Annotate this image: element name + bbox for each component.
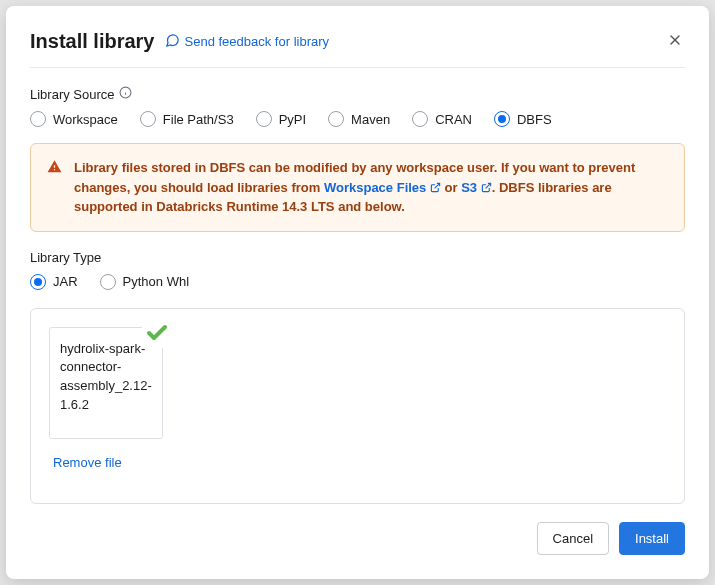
- dialog-footer: Cancel Install: [30, 504, 685, 555]
- radio-label: Python Whl: [123, 274, 189, 289]
- radio-label: JAR: [53, 274, 78, 289]
- library-source-group: WorkspaceFile Path/S3PyPIMavenCRANDBFS: [30, 111, 685, 127]
- feedback-icon: [165, 33, 180, 51]
- radio-indicator: [100, 274, 116, 290]
- cancel-button[interactable]: Cancel: [537, 522, 609, 555]
- radio-indicator: [494, 111, 510, 127]
- radio-indicator: [256, 111, 272, 127]
- s3-link[interactable]: S3: [461, 180, 492, 195]
- source-option-workspace[interactable]: Workspace: [30, 111, 118, 127]
- remove-file-button[interactable]: Remove file: [49, 455, 122, 470]
- radio-label: File Path/S3: [163, 112, 234, 127]
- workspace-files-link[interactable]: Workspace Files: [324, 180, 441, 195]
- dialog-header: Install library Send feedback for librar…: [30, 30, 685, 68]
- source-option-file-path-s3[interactable]: File Path/S3: [140, 111, 234, 127]
- radio-label: Maven: [351, 112, 390, 127]
- source-option-pypi[interactable]: PyPI: [256, 111, 306, 127]
- feedback-label: Send feedback for library: [185, 34, 330, 49]
- feedback-link[interactable]: Send feedback for library: [165, 33, 330, 51]
- svg-line-5: [435, 183, 440, 188]
- radio-indicator: [412, 111, 428, 127]
- close-button[interactable]: [663, 28, 687, 52]
- library-type-group: JARPython Whl: [30, 274, 685, 290]
- install-button[interactable]: Install: [619, 522, 685, 555]
- source-option-dbfs[interactable]: DBFS: [494, 111, 552, 127]
- info-icon: [119, 86, 132, 102]
- radio-indicator: [30, 274, 46, 290]
- warning-text: Library files stored in DBFS can be modi…: [74, 158, 668, 217]
- install-library-dialog: Install library Send feedback for librar…: [6, 6, 709, 579]
- radio-indicator: [328, 111, 344, 127]
- upload-area: hydrolix-spark-connector-assembly_2.12-1…: [30, 308, 685, 504]
- source-option-maven[interactable]: Maven: [328, 111, 390, 127]
- radio-indicator: [140, 111, 156, 127]
- warning-icon: [47, 159, 62, 217]
- dialog-title: Install library: [30, 30, 155, 53]
- svg-line-6: [485, 183, 490, 188]
- dbfs-warning-banner: Library files stored in DBFS can be modi…: [30, 143, 685, 232]
- radio-label: DBFS: [517, 112, 552, 127]
- upload-success-icon: [141, 317, 173, 349]
- close-icon: [667, 36, 683, 51]
- radio-label: CRAN: [435, 112, 472, 127]
- radio-label: PyPI: [279, 112, 306, 127]
- library-type-label: Library Type: [30, 250, 685, 265]
- radio-label: Workspace: [53, 112, 118, 127]
- source-option-cran[interactable]: CRAN: [412, 111, 472, 127]
- type-option-jar[interactable]: JAR: [30, 274, 78, 290]
- uploaded-file-card: hydrolix-spark-connector-assembly_2.12-1…: [49, 327, 163, 470]
- type-option-python-whl[interactable]: Python Whl: [100, 274, 189, 290]
- radio-indicator: [30, 111, 46, 127]
- library-source-label: Library Source: [30, 86, 685, 102]
